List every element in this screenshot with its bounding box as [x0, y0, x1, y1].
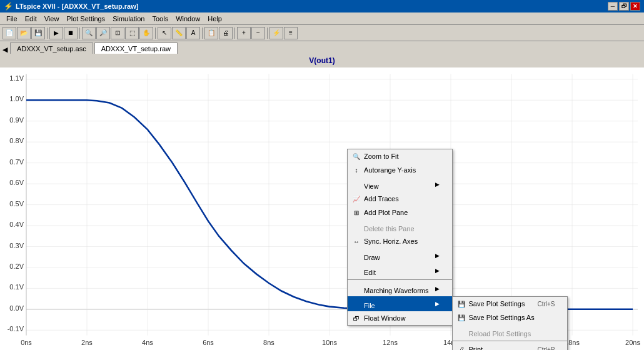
- sync-icon: ↔: [351, 236, 361, 246]
- ctx-draw[interactable]: Draw ▶: [348, 248, 452, 263]
- menu-help[interactable]: Help: [204, 14, 226, 24]
- back-arrow[interactable]: ◀: [3, 46, 8, 54]
- print-shortcut: Ctrl+P: [537, 346, 555, 351]
- tb-save[interactable]: 💾: [31, 27, 45, 39]
- file-icon: [351, 298, 361, 308]
- delete-pane-icon: [351, 221, 361, 231]
- tb-add-trace[interactable]: +: [237, 27, 251, 39]
- tb-label[interactable]: A: [186, 27, 200, 39]
- tb-measure[interactable]: 📏: [172, 27, 186, 39]
- svg-text:0.1V: 0.1V: [9, 283, 24, 291]
- svg-text:1.0V: 1.0V: [9, 95, 24, 102]
- svg-text:20ns: 20ns: [625, 339, 640, 346]
- ctx-edit[interactable]: Edit ▶: [348, 263, 452, 278]
- ctx-delete-pane: Delete this Pane: [348, 219, 452, 234]
- save-settings-icon: 💾: [456, 299, 466, 309]
- menu-plot-settings[interactable]: Plot Settings: [63, 14, 109, 24]
- svg-text:12ns: 12ns: [383, 339, 398, 346]
- ctx-reload-plot-settings: Reload Plot Settings: [453, 324, 568, 339]
- draw-arrow: ▶: [435, 252, 440, 259]
- ctx-marching-waveforms[interactable]: Marching Waveforms ▶: [348, 281, 452, 296]
- close-button[interactable]: ✕: [630, 2, 640, 11]
- tb-zoom-in[interactable]: 🔍: [82, 27, 96, 39]
- marching-icon: [351, 283, 361, 293]
- svg-text:0ns: 0ns: [21, 339, 32, 346]
- tb-sep4: [202, 28, 203, 39]
- autorange-icon: ↕: [351, 165, 361, 175]
- ctx-save-plot-settings[interactable]: 💾Save Plot Settings Ctrl+S: [453, 297, 568, 311]
- context-menu: 🔍Zoom to Fit ↕Autorange Y-axis View ▶ 📈A…: [347, 149, 453, 326]
- tb-cursor[interactable]: ↖: [158, 27, 171, 39]
- tb-sep2: [79, 28, 80, 39]
- svg-text:0.5V: 0.5V: [9, 199, 24, 207]
- ctx-add-traces[interactable]: 📈Add Traces: [348, 192, 452, 206]
- menu-tools[interactable]: Tools: [148, 14, 172, 24]
- ctx-file-wrapper: File ▶ 💾Save Plot Settings Ctrl+S 💾Save …: [348, 296, 452, 311]
- svg-text:4ns: 4ns: [142, 339, 153, 346]
- menu-view[interactable]: View: [41, 14, 63, 24]
- ctx-view[interactable]: View ▶: [348, 177, 452, 192]
- minimize-button[interactable]: ─: [608, 2, 618, 11]
- menu-file[interactable]: File: [3, 14, 21, 24]
- tb-copy[interactable]: 📋: [204, 27, 218, 39]
- menu-bar: File Edit View Plot Settings Simulation …: [0, 12, 644, 25]
- zoom-fit-icon: 🔍: [351, 151, 361, 161]
- tb-zoom-fit[interactable]: ⊡: [111, 27, 124, 39]
- title-bar-text: LTspice XVII - [ADXXX_VT_setup.raw]: [16, 2, 138, 10]
- print-icon: 🖨: [456, 344, 466, 350]
- ctx-file[interactable]: File ▶: [348, 296, 452, 311]
- ctx-float-window[interactable]: 🗗Float Window: [348, 311, 452, 325]
- app-icon: ⚡: [4, 2, 13, 11]
- tb-zoom-out[interactable]: 🔎: [96, 27, 110, 39]
- tb-misc2[interactable]: ≡: [284, 27, 298, 39]
- ctx-add-plot-pane[interactable]: ⊞Add Plot Pane: [348, 206, 452, 219]
- draw-icon: [351, 250, 361, 260]
- menu-simulation[interactable]: Simulation: [109, 14, 148, 24]
- ctx-zoom-to-fit[interactable]: 🔍Zoom to Fit: [348, 149, 452, 163]
- view-arrow: ▶: [435, 181, 440, 188]
- svg-text:6ns: 6ns: [203, 339, 214, 346]
- svg-text:0.6V: 0.6V: [9, 179, 24, 186]
- ctx-print[interactable]: 🖨Print... Ctrl+P: [453, 342, 568, 350]
- tb-new[interactable]: 📄: [3, 27, 16, 39]
- tb-print[interactable]: 🖨: [219, 27, 233, 39]
- svg-text:8ns: 8ns: [263, 339, 274, 346]
- reload-icon: [456, 326, 466, 336]
- add-traces-icon: 📈: [351, 194, 361, 204]
- tab-asc[interactable]: ADXXX_VT_setup.asc: [10, 42, 93, 54]
- edit-arrow: ▶: [435, 268, 440, 274]
- title-bar: ⚡ LTspice XVII - [ADXXX_VT_setup.raw] ─ …: [0, 0, 644, 12]
- ctx-autorange-y[interactable]: ↕Autorange Y-axis: [348, 163, 452, 177]
- svg-text:0.4V: 0.4V: [9, 221, 24, 228]
- tb-zoom-rect[interactable]: ⬚: [125, 27, 139, 39]
- tb-stop[interactable]: ⏹: [64, 27, 78, 39]
- save-settings-shortcut: Ctrl+S: [537, 301, 555, 308]
- plot-title-text: V(out1): [309, 56, 335, 65]
- svg-text:2ns: 2ns: [81, 339, 93, 346]
- tb-open[interactable]: 📂: [17, 27, 31, 39]
- tb-misc1[interactable]: ⚡: [269, 27, 283, 39]
- file-arrow: ▶: [435, 301, 440, 307]
- ctx-sync-horiz[interactable]: ↔Sync. Horiz. Axes: [348, 234, 452, 248]
- tab-raw[interactable]: ADXXX_VT_setup.raw: [94, 42, 178, 54]
- svg-text:0.2V: 0.2V: [9, 262, 24, 270]
- tb-pan[interactable]: ✋: [139, 27, 153, 39]
- menu-window[interactable]: Window: [172, 14, 204, 24]
- plot-area[interactable]: 1.1V 1.0V 0.9V 0.8V 0.7V 0.6V 0.5V 0.4V …: [0, 68, 644, 350]
- tb-run[interactable]: ▶: [49, 27, 63, 39]
- menu-edit[interactable]: Edit: [21, 14, 41, 24]
- edit-icon: [351, 265, 361, 275]
- tab-raw-label: ADXXX_VT_setup.raw: [101, 45, 171, 52]
- svg-text:0.8V: 0.8V: [9, 137, 24, 144]
- tab-asc-label: ADXXX_VT_setup.asc: [17, 45, 86, 52]
- float-icon: 🗗: [351, 313, 361, 323]
- add-pane-icon: ⊞: [351, 208, 361, 218]
- svg-text:0.7V: 0.7V: [9, 158, 24, 166]
- svg-text:10ns: 10ns: [322, 339, 337, 346]
- tb-del-trace[interactable]: −: [251, 27, 265, 39]
- ctx-sep1: [348, 279, 452, 280]
- restore-button[interactable]: 🗗: [619, 2, 629, 11]
- ctx-save-plot-settings-as[interactable]: 💾Save Plot Settings As: [453, 311, 568, 324]
- title-bar-controls: ─ 🗗 ✕: [608, 2, 640, 11]
- tb-sep3: [155, 28, 156, 39]
